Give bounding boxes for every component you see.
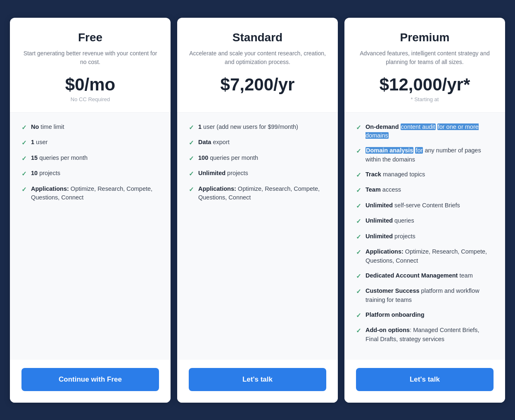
check-icon: ✓: [356, 171, 361, 180]
check-icon: ✓: [21, 154, 27, 164]
check-icon: ✓: [356, 217, 361, 226]
check-icon: ✓: [189, 185, 194, 195]
feature-free-3: ✓ 15 queries per month: [21, 154, 159, 164]
plan-price-note-premium: * Starting at: [356, 96, 494, 102]
feature-premium-2: ✓ Domain analysis for any number of page…: [356, 146, 494, 164]
feature-premium-10: ✓ Customer Success platform and workflow…: [356, 287, 494, 305]
plan-card-standard: Standard Accelerate and scale your conte…: [177, 18, 338, 403]
feature-premium-8: ✓ Applications: Optimize, Research, Comp…: [356, 247, 494, 266]
feature-premium-3: ✓ Track managed topics: [356, 170, 494, 180]
feature-free-2: ✓ 1 user: [21, 138, 159, 148]
check-icon: ✓: [189, 154, 194, 164]
feature-standard-1: ✓ 1 user (add new users for $99/month): [189, 123, 326, 133]
feature-premium-1: ✓ On-demand content audit for one or mor…: [356, 123, 494, 141]
check-icon: ✓: [356, 123, 361, 133]
cta-button-free[interactable]: Continue with Free: [21, 368, 159, 391]
cta-button-premium[interactable]: Let's talk: [356, 368, 494, 391]
feature-free-4: ✓ 10 projects: [21, 169, 159, 179]
check-icon: ✓: [356, 311, 361, 320]
check-icon: ✓: [356, 272, 361, 281]
plan-features-premium: ✓ On-demand content audit for one or mor…: [344, 113, 505, 360]
plan-features-standard: ✓ 1 user (add new users for $99/month) ✓…: [177, 113, 338, 360]
check-icon: ✓: [356, 248, 361, 257]
check-icon: ✓: [21, 123, 27, 133]
feature-free-5: ✓ Applications: Optimize, Research, Comp…: [21, 185, 159, 203]
plan-header-standard: Standard Accelerate and scale your conte…: [177, 18, 338, 113]
check-icon: ✓: [356, 186, 361, 195]
check-icon: ✓: [189, 138, 194, 148]
plan-name-standard: Standard: [189, 31, 326, 44]
feature-premium-12: ✓ Add-on options: Managed Content Briefs…: [356, 326, 494, 344]
check-icon: ✓: [21, 169, 27, 179]
feature-premium-4: ✓ Team access: [356, 185, 494, 195]
plan-header-premium: Premium Advanced features, intelligent c…: [344, 18, 505, 113]
cta-button-standard[interactable]: Let's talk: [189, 368, 326, 391]
plan-footer-standard: Let's talk: [177, 360, 338, 403]
check-icon: ✓: [189, 123, 194, 133]
feature-premium-6: ✓ Unlimited queries: [356, 216, 494, 226]
plan-price-free: $0/mo: [21, 75, 159, 95]
feature-premium-5: ✓ Unlimited self-serve Content Briefs: [356, 201, 494, 211]
check-icon: ✓: [356, 202, 361, 211]
plan-price-note-standard: [189, 96, 326, 102]
feature-free-1: ✓ No time limit: [21, 123, 159, 133]
plan-price-standard: $7,200/yr: [189, 75, 326, 95]
check-icon: ✓: [21, 138, 27, 148]
plan-name-free: Free: [21, 31, 159, 44]
plan-price-premium: $12,000/yr*: [356, 75, 494, 95]
plan-card-free: Free Start generating better revenue wit…: [10, 18, 171, 403]
feature-standard-4: ✓ Unlimited projects: [189, 169, 326, 179]
plan-card-premium: Premium Advanced features, intelligent c…: [344, 18, 505, 403]
plan-desc-premium: Advanced features, intelligent content s…: [356, 49, 494, 66]
check-icon: ✓: [21, 185, 27, 195]
check-icon: ✓: [356, 287, 361, 297]
pricing-container: Free Start generating better revenue wit…: [7, 14, 508, 406]
feature-standard-3: ✓ 100 queries per month: [189, 154, 326, 164]
feature-standard-2: ✓ Data export: [189, 138, 326, 148]
plan-price-note-free: No CC Required: [21, 96, 159, 102]
plan-features-free: ✓ No time limit ✓ 1 user ✓ 15 queries pe…: [10, 113, 171, 360]
plan-footer-premium: Let's talk: [344, 360, 505, 403]
plan-desc-free: Start generating better revenue with you…: [21, 49, 159, 66]
check-icon: ✓: [356, 147, 361, 156]
check-icon: ✓: [356, 233, 361, 242]
plan-desc-standard: Accelerate and scale your content resear…: [189, 49, 326, 66]
plan-name-premium: Premium: [356, 31, 494, 44]
plan-header-free: Free Start generating better revenue wit…: [10, 18, 171, 113]
plan-footer-free: Continue with Free: [10, 360, 171, 403]
feature-premium-9: ✓ Dedicated Account Management team: [356, 271, 494, 281]
feature-standard-5: ✓ Applications: Optimize, Research, Comp…: [189, 185, 326, 203]
check-icon: ✓: [189, 169, 194, 179]
check-icon: ✓: [356, 326, 361, 336]
feature-premium-7: ✓ Unlimited projects: [356, 232, 494, 242]
feature-premium-11: ✓ Platform onboarding: [356, 311, 494, 320]
